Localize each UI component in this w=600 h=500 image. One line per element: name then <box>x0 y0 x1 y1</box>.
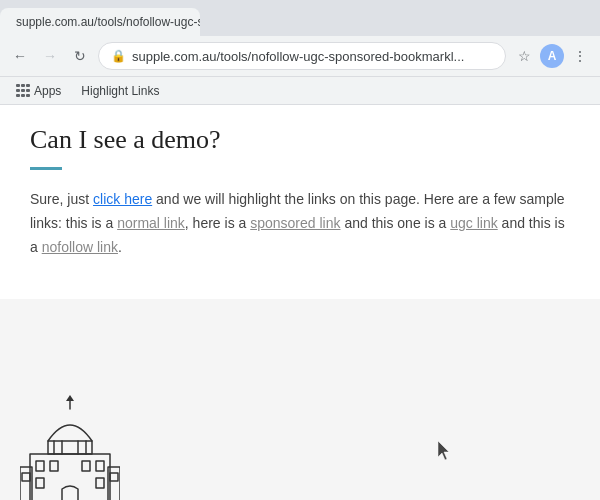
browser-chrome: supple.com.au/tools/nofollow-ugc-sponsor… <box>0 0 600 105</box>
intro-text: Sure, just <box>30 191 93 207</box>
omnibox-bar: ← → ↻ 🔒 supple.com.au/tools/nofollow-ugc… <box>0 36 600 76</box>
omnibox-actions: ☆ A ⋮ <box>512 44 592 68</box>
lock-icon: 🔒 <box>111 49 126 63</box>
highlight-links-label: Highlight Links <box>81 84 159 98</box>
apps-label: Apps <box>34 84 61 98</box>
reload-button[interactable]: ↻ <box>68 44 92 68</box>
tab-title: supple.com.au/tools/nofollow-ugc-sponsor… <box>16 15 200 29</box>
content-section: Can I see a demo? Sure, just click here … <box>0 105 600 299</box>
cursor-icon <box>438 441 452 461</box>
url-text: supple.com.au/tools/nofollow-ugc-sponsor… <box>132 49 493 64</box>
normal-link[interactable]: normal link <box>117 215 185 231</box>
ugc-link[interactable]: ugc link <box>450 215 497 231</box>
svg-rect-17 <box>110 473 118 481</box>
svg-rect-13 <box>96 461 104 471</box>
nofollow-end-text: . <box>118 239 122 255</box>
svg-rect-15 <box>96 478 104 488</box>
svg-rect-10 <box>36 461 44 471</box>
back-button[interactable]: ← <box>8 44 32 68</box>
forward-button[interactable]: → <box>38 44 62 68</box>
profile-avatar[interactable]: A <box>540 44 564 68</box>
bottom-section <box>0 299 600 500</box>
svg-rect-14 <box>36 478 44 488</box>
svg-marker-3 <box>66 395 74 401</box>
page-content: Can I see a demo? Sure, just click here … <box>0 105 600 299</box>
bookmarks-bar: Apps Highlight Links <box>0 76 600 104</box>
page-wrapper: Can I see a demo? Sure, just click here … <box>0 105 600 500</box>
normal-cont-text: , here is a <box>185 215 250 231</box>
menu-button[interactable]: ⋮ <box>568 44 592 68</box>
demo-text: Sure, just click here and we will highli… <box>30 188 570 259</box>
sponsored-link[interactable]: sponsored link <box>250 215 340 231</box>
omnibox[interactable]: 🔒 supple.com.au/tools/nofollow-ugc-spons… <box>98 42 506 70</box>
tab-bar: supple.com.au/tools/nofollow-ugc-sponsor… <box>0 0 600 36</box>
active-tab[interactable]: supple.com.au/tools/nofollow-ugc-sponsor… <box>0 8 200 36</box>
question-heading: Can I see a demo? <box>30 125 570 155</box>
apps-bookmark[interactable]: Apps <box>8 81 69 101</box>
bookmark-star-button[interactable]: ☆ <box>512 44 536 68</box>
accent-line <box>30 167 62 170</box>
sponsored-cont-text: and this one is a <box>341 215 451 231</box>
highlight-links-bookmark[interactable]: Highlight Links <box>73 81 167 101</box>
svg-rect-16 <box>22 473 30 481</box>
nofollow-link[interactable]: nofollow link <box>42 239 118 255</box>
apps-grid-icon <box>16 84 30 98</box>
svg-rect-12 <box>82 461 90 471</box>
svg-rect-11 <box>50 461 58 471</box>
click-here-link[interactable]: click here <box>93 191 152 207</box>
building-illustration <box>20 389 120 500</box>
